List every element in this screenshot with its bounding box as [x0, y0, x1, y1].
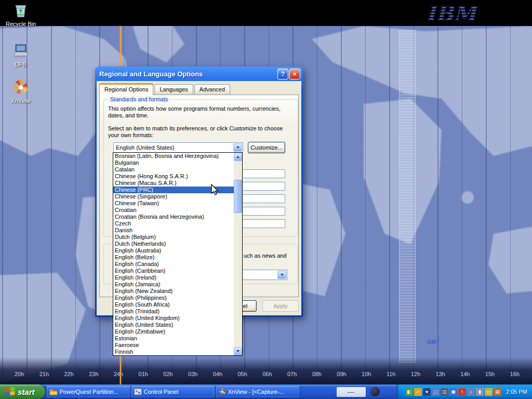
language-list-item[interactable]: Bosnian (Latin, Bosnia and Herzegovina)	[113, 153, 234, 159]
language-list-item[interactable]: Danish	[113, 227, 234, 234]
hour-label: 08h	[312, 371, 322, 377]
help-button[interactable]: ?	[277, 69, 288, 79]
hour-label: 01h	[139, 371, 148, 377]
format-combobox[interactable]: English (United States)	[113, 142, 243, 153]
dpb-desktop-icon[interactable]: DPB	[2, 43, 39, 68]
scrollbar-track[interactable]	[234, 161, 242, 347]
language-list-item[interactable]: Faeroese	[113, 342, 234, 349]
hour-label: 02h	[163, 371, 172, 377]
tab-languages[interactable]: Languages	[154, 84, 193, 95]
language-list-item[interactable]: Chinese (Hong Kong S.A.R.)	[113, 173, 234, 180]
language-list-item[interactable]: Croatian (Bosnia and Herzegovina)	[113, 214, 234, 220]
language-list-item[interactable]: English (New Zealand)	[113, 288, 234, 295]
customize-button[interactable]: Customize...	[248, 142, 285, 153]
control-panel-icon	[134, 388, 142, 395]
tray-icon[interactable]: ◧	[405, 388, 413, 396]
language-list-item[interactable]: Dutch (Belgium)	[113, 234, 234, 241]
tray-icon[interactable]: ▭	[485, 388, 493, 396]
tab-regional-options[interactable]: Regional Options	[99, 83, 153, 95]
group-title: Standards and formats	[109, 96, 169, 102]
language-list-item[interactable]: Bulgarian	[113, 159, 234, 166]
task-button-powerquest[interactable]: PowerQuest Partition...	[47, 386, 130, 397]
mouse-cursor	[211, 184, 220, 196]
language-list-item[interactable]: English (Trinidad)	[113, 308, 234, 315]
hour-label: 14h	[460, 371, 470, 377]
tray-icon[interactable]: ♪	[467, 388, 475, 396]
language-list-item[interactable]: English (United Kingdom)	[113, 315, 234, 322]
close-icon: ×	[293, 71, 297, 77]
folder-icon	[49, 388, 58, 395]
task-button-label: Control Panel	[144, 389, 179, 395]
icon-label: Recycle Bin	[2, 21, 39, 27]
language-list-item[interactable]: Catalan	[113, 166, 234, 173]
deskband[interactable]: ----	[337, 387, 366, 397]
apply-button-label: Apply	[273, 303, 288, 309]
hour-label: 05h	[237, 371, 247, 377]
tab-advanced[interactable]: Advanced	[194, 84, 230, 95]
chevron-down-icon	[236, 350, 240, 352]
language-list-item[interactable]: English (Jamaica)	[113, 281, 234, 288]
hour-label: 09h	[337, 371, 346, 377]
tray-icons-row: ◧✓●▢◫▣!♪▮▭▤	[405, 388, 502, 396]
language-list-item[interactable]: English (Belize)	[113, 254, 234, 261]
taskbar-clock[interactable]: 2:05 PM	[506, 389, 527, 395]
tray-icon[interactable]: ✓	[414, 388, 422, 396]
xnview-icon	[11, 79, 30, 96]
tray-icon[interactable]: ▣	[449, 388, 457, 396]
chevron-down-icon	[281, 274, 284, 276]
scrollbar-thumb[interactable]	[234, 180, 242, 213]
recycle-bin-desktop-icon[interactable]: Recycle Bin	[2, 2, 39, 27]
help-icon: ?	[281, 71, 285, 77]
apply-button[interactable]: Apply	[262, 300, 299, 312]
task-button-control-panel[interactable]: Control Panel	[131, 386, 215, 397]
language-list-item[interactable]: English (Canada)	[113, 261, 234, 268]
language-list-item[interactable]: English (Caribbean)	[113, 268, 234, 274]
scroll-down-button[interactable]	[234, 347, 242, 355]
hour-labels-row: 20h21h22h23h24h01h02h03h04h05h06h07h08h0…	[15, 371, 520, 377]
hour-label: 15h	[485, 371, 495, 377]
language-list-item[interactable]: Croatian	[113, 207, 234, 214]
desktop: 20h21h22h23h24h01h02h03h04h05h06h07h08h0…	[0, 0, 532, 399]
xnview-desktop-icon[interactable]: XnView	[2, 79, 39, 104]
scroll-up-button[interactable]	[234, 153, 242, 161]
wallpaper-top-band: IBM	[0, 0, 532, 26]
language-list-item[interactable]: English (Zimbabwe)	[113, 328, 234, 335]
hour-label: 22h	[64, 371, 73, 377]
language-list-item[interactable]: English (United States)	[113, 322, 234, 328]
language-list-item[interactable]: Dutch (Netherlands)	[113, 241, 234, 247]
icon-label: DPB	[2, 61, 39, 68]
start-button-label: start	[18, 388, 35, 396]
dark-widget-icon[interactable]	[370, 387, 380, 396]
task-button-xnview[interactable]: XnView - [<Capture-...	[216, 386, 299, 397]
task-button-label: XnView - [<Capture-...	[228, 389, 284, 395]
language-list-item[interactable]: Estonian	[113, 335, 234, 342]
hour-label: 24h	[114, 371, 123, 377]
language-list-item[interactable]: Czech	[113, 220, 234, 227]
list-scrollbar[interactable]	[234, 153, 242, 355]
tray-icon[interactable]: ▮	[476, 388, 484, 396]
windows-flag-icon	[5, 387, 15, 396]
language-dropdown-list: Bosnian (Latin, Bosnia and Herzegovina)B…	[113, 152, 243, 356]
tray-icon[interactable]: !	[458, 388, 466, 396]
recycle-bin-icon	[11, 2, 30, 19]
language-list-item[interactable]: English (Philippines)	[113, 295, 234, 301]
chevron-up-icon	[236, 156, 240, 158]
tray-icon[interactable]: ◫	[441, 388, 448, 396]
hour-label: 21h	[39, 371, 49, 377]
hour-label: 03h	[188, 371, 197, 377]
tray-icon[interactable]: ▢	[432, 388, 440, 396]
language-list-item[interactable]: English (Australia)	[113, 247, 234, 254]
tray-icon[interactable]: ▤	[494, 388, 501, 396]
combobox-dropdown-button[interactable]	[233, 143, 242, 152]
tray-icon[interactable]: ●	[423, 388, 431, 396]
combobox-dropdown-button[interactable]	[277, 271, 286, 279]
start-button[interactable]: start	[0, 384, 45, 399]
close-button[interactable]: ×	[289, 69, 300, 79]
dialog-titlebar[interactable]: Regional and Language Options ? ×	[95, 66, 303, 81]
language-list-item[interactable]: Chinese (Taiwan)	[113, 200, 234, 207]
language-list-item[interactable]: Finnish	[113, 349, 234, 355]
language-list-item[interactable]: English (Ireland)	[113, 274, 234, 281]
language-list-item[interactable]: English (South Africa)	[113, 301, 234, 308]
ibm-logo: IBM	[425, 1, 487, 26]
system-tray: ◧✓●▢◫▣!♪▮▭▤ 2:05 PM	[396, 384, 532, 399]
